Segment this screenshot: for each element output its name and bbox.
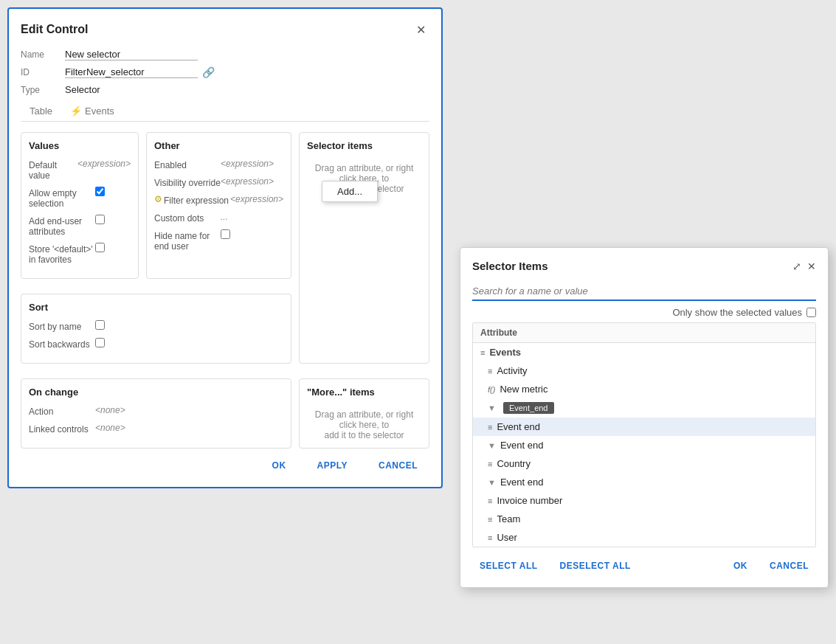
hide-name-row: Hide name for end user — [154, 229, 283, 252]
id-row: ID 🔗 — [21, 66, 429, 78]
custom-dots-val: ... — [221, 212, 228, 222]
event-end-tooltip-badge: Event_end — [503, 402, 554, 414]
more-items-title: "More..." items — [307, 387, 421, 398]
sort-by-name-checkbox-wrapper — [95, 320, 105, 330]
left-content: Values Default value <expression> Allow … — [21, 132, 291, 449]
list-item[interactable]: ≡ Team — [473, 510, 815, 528]
selector-items-title: Selector items — [307, 140, 421, 151]
selector-dialog-title: Selector Items — [472, 260, 548, 272]
list-item[interactable]: ▼ Event end — [473, 436, 815, 454]
list-item[interactable]: ≡ Activity — [473, 361, 815, 380]
sort-by-name-label: Sort by name — [29, 320, 95, 332]
selector-close-icon[interactable]: ✕ — [807, 260, 816, 272]
selector-cancel-button[interactable]: CANCEL — [762, 556, 816, 575]
more-items-panel: "More..." items Drag an attribute, or ri… — [299, 378, 429, 449]
team-label: Team — [497, 513, 520, 524]
onchange-panel: On change Action <none> Linked controls … — [21, 378, 291, 449]
allow-empty-checkbox[interactable] — [95, 187, 105, 196]
action-label: Action — [29, 405, 95, 417]
selector-ok-button[interactable]: OK — [726, 556, 755, 575]
name-input[interactable] — [65, 49, 198, 60]
list-item[interactable]: ≡ User — [473, 528, 815, 547]
action-val: <none> — [95, 405, 125, 415]
allow-empty-checkbox-wrapper — [95, 187, 105, 196]
store-default-row: Store '<default>' in favorites — [29, 243, 131, 265]
ok-button[interactable]: OK — [260, 456, 298, 475]
new-metric-label: New metric — [500, 384, 547, 395]
end-user-attr-label: Add end-user attributes — [29, 215, 95, 237]
list-item[interactable]: ≡ Events — [473, 343, 815, 361]
add-menu-item[interactable]: Add... — [322, 181, 377, 201]
end-user-attr-checkbox[interactable] — [95, 215, 105, 224]
sort-by-name-row: Sort by name — [29, 320, 283, 332]
linked-controls-val: <none> — [95, 423, 125, 433]
events-group-label: Events — [489, 347, 521, 358]
event-end-label2: Event end — [500, 440, 544, 451]
list-item[interactable]: f() New metric — [473, 380, 815, 398]
more-items-drag-hint: Drag an attribute, or right click here, … — [307, 409, 421, 440]
only-selected-checkbox[interactable] — [806, 308, 816, 317]
type-label: Type — [21, 85, 65, 95]
sort-panel: Sort Sort by name Sort backwards — [21, 294, 291, 364]
other-panel: Other Enabled <expression> Visibility ov… — [146, 132, 291, 279]
list-item[interactable]: ▼ Event end — [473, 473, 815, 491]
enabled-row: Enabled <expression> — [154, 159, 283, 170]
selector-bottom-left: SELECT ALL DESELECT ALL — [472, 556, 638, 575]
allow-empty-row: Allow empty selection — [29, 187, 131, 209]
event-end-filter-icon3: ▼ — [488, 478, 496, 487]
invoice-icon: ≡ — [488, 496, 492, 505]
tab-table[interactable]: Table — [21, 101, 61, 121]
selector-dialog-icons: ⤢ ✕ — [792, 260, 816, 272]
bottom-actions: OK APPLY CANCEL — [21, 449, 429, 475]
search-row — [472, 283, 816, 301]
store-default-checkbox-wrapper — [95, 243, 105, 252]
edit-control-dialog: Edit Control ✕ Name ID 🔗 Type Selector T… — [7, 7, 443, 488]
custom-dots-row: Custom dots ... — [154, 212, 283, 224]
sort-backwards-row: Sort backwards — [29, 338, 283, 350]
store-default-checkbox[interactable] — [95, 243, 105, 252]
default-value-row: Default value <expression> — [29, 159, 131, 181]
action-row: Action <none> — [29, 405, 283, 417]
team-icon: ≡ — [488, 515, 492, 524]
visibility-val: <expression> — [221, 176, 274, 187]
search-input[interactable] — [472, 283, 816, 301]
store-default-label: Store '<default>' in favorites — [29, 243, 95, 265]
sort-by-name-checkbox[interactable] — [95, 320, 105, 330]
linked-controls-row: Linked controls <none> — [29, 423, 283, 434]
tab-table-label: Table — [30, 105, 52, 117]
selector-items-dialog: Selector Items ⤢ ✕ Only show the selecte… — [460, 247, 829, 588]
filter-expr-label: Filter expression — [164, 194, 230, 206]
top-panels: Values Default value <expression> Allow … — [21, 132, 291, 279]
deselect-all-button[interactable]: DESELECT ALL — [553, 556, 638, 575]
list-item[interactable]: ≡ Invoice number — [473, 491, 815, 510]
linked-controls-label: Linked controls — [29, 423, 95, 434]
visibility-label: Visibility override — [154, 176, 221, 188]
id-input[interactable] — [65, 66, 198, 78]
close-button[interactable]: ✕ — [412, 21, 429, 38]
apply-button[interactable]: APPLY — [305, 456, 359, 475]
selector-dialog-header: Selector Items ⤢ ✕ — [472, 260, 816, 272]
type-row: Type Selector — [21, 84, 429, 95]
list-item[interactable]: ≡ Event end — [473, 418, 815, 436]
tab-events[interactable]: ⚡ Events — [61, 101, 123, 121]
attribute-header: Attribute — [473, 323, 815, 343]
user-icon: ≡ — [488, 533, 492, 542]
tab-events-label: Events — [85, 105, 114, 117]
select-all-button[interactable]: SELECT ALL — [472, 556, 545, 575]
id-label: ID — [21, 67, 65, 77]
filter-expr-row: ⚙ Filter expression <expression> — [154, 194, 283, 206]
filter-expr-val: <expression> — [230, 194, 283, 204]
right-col: Selector items Drag an attribute, or rig… — [299, 132, 429, 449]
only-selected-row: Only show the selected values — [472, 307, 816, 318]
cancel-button[interactable]: CANCEL — [367, 456, 429, 475]
allow-empty-label: Allow empty selection — [29, 187, 95, 209]
list-item[interactable]: ≡ Country — [473, 454, 815, 473]
expand-icon[interactable]: ⤢ — [792, 260, 801, 272]
selector-bottom-right: OK CANCEL — [726, 556, 816, 575]
main-content: Values Default value <expression> Allow … — [21, 132, 429, 449]
hide-name-checkbox[interactable] — [221, 229, 230, 239]
event-end-filter-icon1: ▼ — [488, 404, 496, 412]
sort-backwards-checkbox[interactable] — [95, 338, 105, 347]
list-item[interactable]: ▼ Event_end — [473, 398, 815, 418]
sort-title: Sort — [29, 302, 283, 313]
